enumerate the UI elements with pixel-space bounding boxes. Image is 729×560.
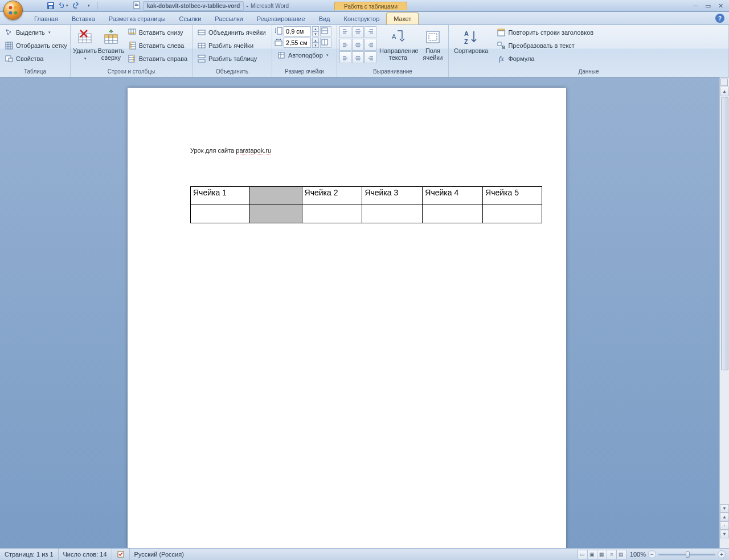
page[interactable]: Урок для сайта paratapok.ru Ячейка 1 Яче…: [128, 88, 566, 548]
table-cell[interactable]: Ячейка 2: [302, 187, 362, 205]
table-cell[interactable]: Ячейка 3: [362, 187, 423, 205]
view-print-layout[interactable]: ▭: [578, 550, 588, 559]
text-direction-button[interactable]: A Направление текста: [380, 26, 416, 63]
repeat-header-button[interactable]: Повторить строки заголовков: [494, 26, 596, 39]
tab-layout[interactable]: Макет: [386, 13, 419, 24]
split-table-button[interactable]: Разбить таблицу: [195, 52, 269, 65]
scroll-up-button[interactable]: ▲: [720, 87, 729, 96]
table-cell[interactable]: [483, 205, 542, 223]
zoom-thumb[interactable]: [686, 551, 690, 558]
tab-home[interactable]: Главная: [27, 13, 65, 24]
table-row[interactable]: [191, 205, 542, 223]
help-button[interactable]: ?: [715, 14, 724, 23]
table-cell[interactable]: Ячейка 4: [423, 187, 483, 205]
zoom-out-button[interactable]: −: [648, 550, 656, 558]
tab-mailings[interactable]: Рассылки: [208, 13, 249, 24]
table-row[interactable]: Ячейка 1 Ячейка 2 Ячейка 3 Ячейка 4 Ячей…: [191, 187, 542, 205]
insert-below-button[interactable]: Вставить снизу: [125, 26, 190, 39]
close-button[interactable]: ✕: [715, 2, 726, 10]
align-mid-right[interactable]: [364, 39, 376, 51]
align-top-center[interactable]: [352, 26, 364, 38]
autofit-label: Автоподбор: [288, 52, 323, 59]
office-button[interactable]: [3, 1, 23, 20]
tab-view[interactable]: Вид: [312, 13, 337, 24]
table-cell[interactable]: [302, 205, 362, 223]
distribute-rows-icon[interactable]: [320, 26, 331, 36]
zoom-slider[interactable]: [658, 554, 715, 555]
status-language[interactable]: Русский (Россия): [130, 549, 189, 560]
status-words[interactable]: Число слов: 14: [59, 549, 112, 560]
qat-customize-button[interactable]: ▾: [83, 1, 93, 11]
tab-review[interactable]: Рецензирование: [250, 13, 312, 24]
row-height-input[interactable]: ▲▼: [284, 26, 319, 36]
view-outline[interactable]: ≡: [607, 550, 617, 559]
insert-above-button[interactable]: Вставить сверху: [98, 26, 124, 63]
prev-page-button[interactable]: ▲: [720, 513, 729, 521]
col-width-input[interactable]: ▲▼: [284, 38, 319, 48]
spin-down[interactable]: ▼: [312, 31, 319, 36]
formula-button[interactable]: fxФормула: [494, 52, 596, 65]
table-cell-selected[interactable]: [249, 205, 302, 223]
align-mid-center[interactable]: [352, 39, 364, 51]
tab-page-layout[interactable]: Разметка страницы: [102, 13, 173, 24]
status-proofing[interactable]: [112, 549, 130, 560]
view-web-layout[interactable]: ▦: [597, 550, 607, 559]
spin-up[interactable]: ▲: [312, 26, 319, 31]
spin-up[interactable]: ▲: [312, 38, 319, 43]
spin-down[interactable]: ▼: [312, 43, 319, 48]
view-gridlines-button[interactable]: Отобразить сетку: [2, 39, 68, 52]
autofit-button[interactable]: Автоподбор▾: [275, 49, 334, 62]
align-bot-right[interactable]: [364, 51, 376, 63]
svg-rect-49: [277, 27, 282, 34]
delete-button[interactable]: Удалить▾: [73, 26, 97, 63]
ruler-toggle[interactable]: [720, 79, 728, 86]
minimize-button[interactable]: ─: [690, 2, 701, 10]
browse-object-button[interactable]: ◦: [720, 521, 729, 530]
split-cells-button[interactable]: Разбить ячейки: [195, 39, 269, 52]
tab-insert[interactable]: Вставка: [65, 13, 102, 24]
svg-text:A: A: [464, 30, 469, 37]
insert-left-button[interactable]: Вставить слева: [125, 39, 190, 52]
cell-margins-button[interactable]: Поля ячейки: [420, 26, 446, 63]
distribute-cols-icon[interactable]: [320, 38, 331, 48]
col-width-field[interactable]: [284, 38, 311, 48]
row-height-field[interactable]: [284, 26, 311, 36]
table-cell[interactable]: Ячейка 1: [191, 187, 250, 205]
maximize-button[interactable]: ▭: [703, 2, 713, 10]
align-top-left[interactable]: [339, 26, 351, 38]
vertical-scrollbar[interactable]: ▲ ▼ ▲ ◦ ▼: [719, 77, 729, 548]
insert-right-icon: [128, 54, 137, 63]
table-cell[interactable]: [362, 205, 423, 223]
tab-references[interactable]: Ссылки: [173, 13, 208, 24]
select-button[interactable]: Выделить▾: [2, 26, 68, 39]
sort-button[interactable]: AZ Сортировка: [451, 26, 491, 56]
group-label-cell-size: Размер ячейки: [275, 68, 334, 77]
align-top-right[interactable]: [364, 26, 376, 38]
document-table[interactable]: Ячейка 1 Ячейка 2 Ячейка 3 Ячейка 4 Ячей…: [190, 186, 542, 223]
next-page-button[interactable]: ▼: [720, 530, 729, 538]
view-draft[interactable]: ▤: [616, 550, 626, 559]
redo-button[interactable]: [71, 1, 81, 11]
convert-to-text-button[interactable]: abПреобразовать в текст: [494, 39, 596, 52]
document-area[interactable]: Урок для сайта paratapok.ru Ячейка 1 Яче…: [0, 77, 729, 548]
zoom-label[interactable]: 100%: [630, 551, 646, 558]
table-cell[interactable]: [191, 205, 250, 223]
table-cell[interactable]: Ячейка 5: [483, 187, 542, 205]
undo-button[interactable]: ▾: [58, 1, 68, 11]
align-bot-center[interactable]: [352, 51, 364, 63]
scroll-down-button[interactable]: ▼: [720, 504, 729, 513]
document-heading[interactable]: Урок для сайта paratapok.ru: [190, 139, 503, 157]
table-cell-selected[interactable]: [249, 187, 302, 205]
view-full-screen[interactable]: ▣: [587, 550, 597, 559]
insert-right-button[interactable]: Вставить справа: [125, 52, 190, 65]
scroll-thumb[interactable]: [721, 97, 728, 370]
merge-cells-button[interactable]: Объединить ячейки: [195, 26, 269, 39]
save-button[interactable]: [46, 1, 56, 11]
zoom-in-button[interactable]: +: [718, 550, 726, 558]
status-page[interactable]: Страница: 1 из 1: [0, 549, 59, 560]
table-cell[interactable]: [423, 205, 483, 223]
tab-design[interactable]: Конструктор: [337, 13, 387, 24]
align-bot-left[interactable]: [339, 51, 351, 63]
align-mid-left[interactable]: [339, 39, 351, 51]
properties-button[interactable]: Свойства: [2, 52, 68, 65]
